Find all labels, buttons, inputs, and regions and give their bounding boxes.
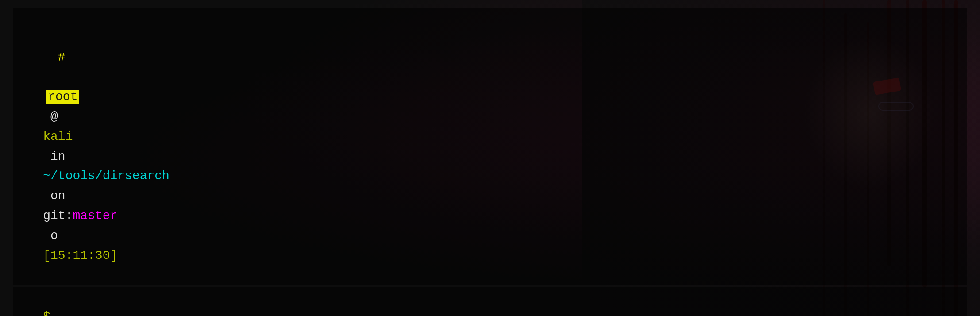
prompt-user-highlight: root bbox=[46, 90, 79, 104]
prompt-git: git: bbox=[43, 209, 73, 223]
prompt-flag: o bbox=[43, 229, 65, 243]
dollar-sign: $ bbox=[43, 310, 50, 316]
prompt-host: kali bbox=[43, 130, 73, 143]
prompt-on: on bbox=[43, 189, 73, 203]
prompt-in: in bbox=[43, 150, 73, 163]
terminal-window: # root @ kali in ~/tools/dirsearch on gi… bbox=[0, 0, 980, 316]
prompt-hash: # bbox=[13, 50, 66, 84]
prompt-line-1: # root @ kali in ~/tools/dirsearch on gi… bbox=[13, 8, 967, 285]
prompt-dir: ~/tools/dirsearch bbox=[43, 169, 170, 183]
prompt-time: [15:11:30] bbox=[43, 249, 117, 262]
prompt-at: @ bbox=[43, 110, 65, 123]
command-line: $ ./dirsearch.py -u "http://172.16.252.1… bbox=[13, 287, 967, 316]
